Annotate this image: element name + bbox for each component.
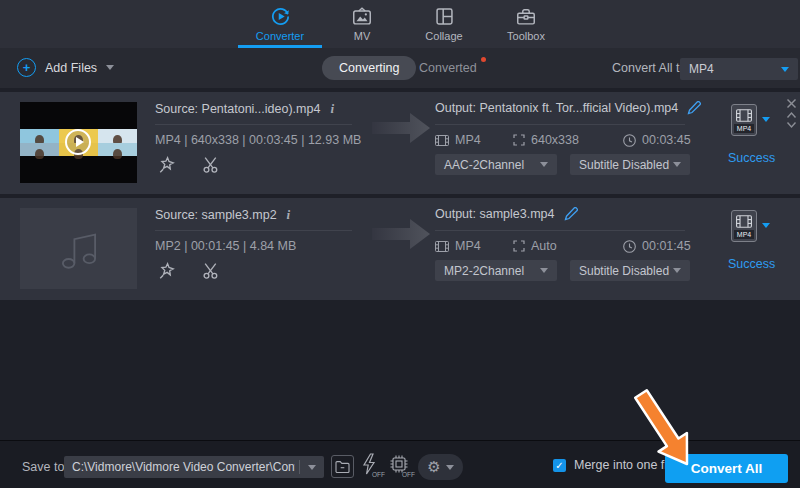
task-row-video: Source: Pentatoni...ideo).mp4 i MP4 | 64… — [0, 92, 800, 194]
output-format-value: MP4 — [689, 62, 714, 76]
chip-off-label: OFF — [402, 471, 415, 478]
converting-label: Converting — [339, 61, 399, 75]
profile-dropdown-icon[interactable] — [762, 223, 770, 228]
audio-track-value: AAC-2Channel — [444, 158, 524, 172]
subtitle-select[interactable]: Subtitle Disabled — [570, 154, 690, 175]
divider — [155, 124, 352, 125]
source-filename: Source: Pentatoni...ideo).mp4 — [155, 102, 320, 116]
divider — [155, 230, 352, 231]
chevron-down-icon — [781, 67, 789, 72]
format-icon — [435, 135, 449, 146]
task-row-audio: Source: sample3.mp2 i MP2 | 00:01:45 | 4… — [0, 198, 800, 300]
edit-name-icon[interactable] — [564, 207, 578, 221]
edit-effects-icon[interactable] — [158, 262, 176, 280]
open-folder-button[interactable] — [331, 455, 354, 478]
subtitle-value: Subtitle Disabled — [579, 264, 669, 278]
gear-icon: ⚙ — [427, 460, 440, 475]
hardware-acceleration-button[interactable]: OFF — [361, 453, 383, 480]
merge-checkbox[interactable]: ✓ — [553, 459, 566, 472]
tab-collage[interactable]: Collage — [403, 0, 485, 48]
subtitle-select[interactable]: Subtitle Disabled — [570, 260, 690, 281]
convert-direction-arrow — [372, 110, 430, 146]
tab-toolbox-label: Toolbox — [507, 30, 545, 42]
save-path-select[interactable]: C:\Vidmore\Vidmore Video Converter\Conve… — [64, 456, 324, 478]
audio-thumbnail[interactable] — [20, 208, 137, 289]
filmstrip-icon — [736, 215, 752, 228]
cut-icon[interactable] — [202, 262, 220, 280]
output-format: MP4 — [455, 133, 481, 147]
source-filename: Source: sample3.mp2 — [155, 208, 277, 222]
audio-track-value: MP2-2Channel — [444, 264, 524, 278]
output-duration: 00:03:45 — [642, 133, 691, 147]
divider — [299, 460, 300, 474]
merge-label: Merge into one file — [574, 458, 677, 472]
edit-effects-icon[interactable] — [158, 156, 176, 174]
chevron-down-icon — [540, 162, 548, 167]
play-button-icon[interactable] — [65, 129, 91, 155]
duration-icon — [623, 240, 636, 253]
add-icon: + — [17, 58, 36, 77]
output-filename: Output: Pentatonix ft. Tor...fficial Vid… — [435, 101, 678, 115]
info-icon[interactable]: i — [330, 101, 334, 117]
chevron-down-icon — [308, 465, 316, 470]
source-media-info: MP2 | 00:01:45 | 4.84 MB — [155, 239, 296, 253]
video-thumbnail[interactable] — [20, 102, 137, 183]
chevron-down-icon — [673, 162, 681, 167]
subtitle-value: Subtitle Disabled — [579, 158, 669, 172]
chevron-down-icon — [673, 268, 681, 273]
add-files-label: Add Files — [45, 61, 97, 75]
profile-format-button[interactable]: MP4 — [731, 210, 757, 242]
notification-dot — [481, 57, 486, 62]
cut-icon[interactable] — [202, 156, 220, 174]
resolution-icon — [513, 240, 525, 252]
save-to-label: Save to: — [22, 460, 68, 474]
vidmore-converter-window: Converter MV — [0, 0, 800, 488]
tab-converter[interactable]: Converter — [239, 0, 321, 48]
output-duration: 00:01:45 — [642, 239, 691, 253]
filmstrip-icon — [736, 109, 752, 122]
audio-track-select[interactable]: MP2-2Channel — [435, 260, 557, 281]
divider — [435, 230, 685, 231]
settings-button[interactable]: ⚙ — [418, 454, 463, 480]
move-up-icon[interactable] — [786, 111, 797, 119]
chevron-down-icon — [540, 268, 548, 273]
status-success[interactable]: Success — [728, 257, 775, 271]
tab-toolbox[interactable]: Toolbox — [485, 0, 567, 48]
output-resolution: 640x338 — [531, 133, 579, 147]
output-format-select[interactable]: MP4 — [680, 58, 798, 80]
chevron-down-icon — [446, 465, 454, 470]
convert-all-to-label: Convert All to: — [612, 61, 690, 75]
format-badge: MP4 — [734, 230, 754, 239]
output-resolution: Auto — [531, 239, 557, 253]
lightning-off-label: OFF — [372, 471, 385, 478]
chevron-down-icon — [106, 65, 114, 70]
convert-all-button[interactable]: Convert All — [665, 454, 788, 483]
convert-direction-arrow — [372, 216, 430, 252]
gpu-acceleration-button[interactable]: OFF — [389, 454, 413, 480]
edit-name-icon[interactable] — [687, 101, 701, 115]
profile-dropdown-icon[interactable] — [762, 117, 770, 122]
output-format: MP4 — [455, 239, 481, 253]
audio-track-select[interactable]: AAC-2Channel — [435, 154, 557, 175]
save-path-value: C:\Vidmore\Vidmore Video Converter\Conve… — [72, 460, 295, 474]
converter-icon — [269, 5, 292, 28]
merge-into-one-file-option[interactable]: ✓ Merge into one file — [553, 458, 677, 472]
info-icon[interactable]: i — [287, 207, 291, 223]
main-tabs: Converter MV — [239, 0, 567, 48]
format-icon — [435, 241, 449, 252]
collage-icon — [434, 5, 455, 28]
tab-converting[interactable]: Converting — [322, 56, 416, 80]
close-icon[interactable] — [786, 98, 797, 109]
output-filename: Output: sample3.mp4 — [435, 207, 555, 221]
toolbox-icon — [515, 5, 537, 28]
move-down-icon[interactable] — [786, 121, 797, 129]
status-success[interactable]: Success — [728, 151, 775, 165]
tab-mv[interactable]: MV — [321, 0, 403, 48]
add-files-button[interactable]: + Add Files — [17, 58, 114, 77]
tab-converted[interactable]: Converted — [419, 61, 477, 75]
tab-collage-label: Collage — [425, 30, 462, 42]
profile-format-button[interactable]: MP4 — [731, 104, 757, 136]
resolution-icon — [513, 134, 525, 146]
format-badge: MP4 — [734, 124, 754, 133]
source-media-info: MP4 | 640x338 | 00:03:45 | 12.93 MB — [155, 133, 361, 147]
